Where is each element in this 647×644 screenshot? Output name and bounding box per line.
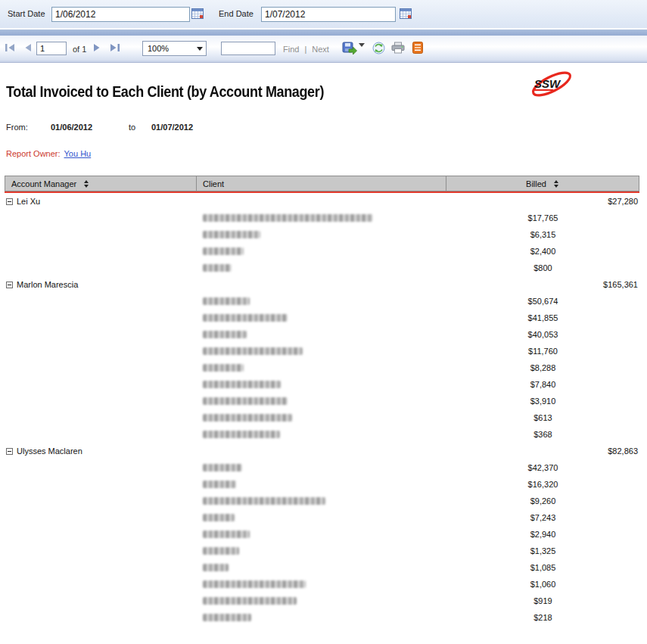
- client-row: $3,910: [5, 393, 639, 409]
- client-row: $11,760: [5, 343, 639, 359]
- toolbar-bottom-edge: [0, 61, 647, 63]
- group-manager-cell: Lei Xu: [5, 193, 197, 210]
- client-billed-cell: $7,243: [446, 509, 639, 526]
- billed-value: $1,085: [530, 563, 556, 572]
- group-total: $82,863: [446, 443, 639, 459]
- billed-value: $1,060: [530, 580, 556, 589]
- group-client-cell: [197, 193, 446, 210]
- refresh-icon[interactable]: [372, 42, 385, 57]
- client-name-cell: [197, 559, 446, 576]
- redacted-client-name: [203, 264, 232, 272]
- billed-value: $11,760: [528, 347, 558, 356]
- client-am-cell: [5, 310, 197, 326]
- redacted-client-name: [203, 331, 247, 338]
- previous-page-button[interactable]: [23, 43, 33, 54]
- client-name-cell: [197, 576, 446, 593]
- client-billed-cell: $6,315: [446, 226, 639, 243]
- client-billed-cell: $2,940: [446, 526, 639, 543]
- zoom-value: 100%: [143, 44, 194, 53]
- client-row: $7,840: [5, 376, 639, 393]
- report-title: Total Invoiced to Each Client (by Accoun…: [6, 83, 324, 101]
- billed-value: $2,940: [530, 530, 556, 539]
- client-am-cell: [5, 526, 197, 543]
- from-label: From:: [6, 123, 28, 132]
- client-billed-cell: $41,855: [446, 310, 639, 326]
- client-billed-cell: $17,765: [446, 210, 639, 226]
- start-date-input[interactable]: [51, 7, 190, 22]
- sort-icon[interactable]: [554, 180, 558, 188]
- client-name-cell: [197, 243, 446, 260]
- report-owner-link[interactable]: You Hu: [64, 149, 92, 158]
- zoom-select[interactable]: 100%: [142, 41, 207, 56]
- manager-name: Ulysses Maclaren: [17, 446, 82, 456]
- client-name-cell: [197, 509, 446, 526]
- client-billed-cell: $42,370: [446, 459, 639, 476]
- client-row: $41,855: [5, 310, 639, 326]
- end-date-calendar-icon[interactable]: [400, 8, 412, 19]
- report-owner-line: Report Owner: You Hu: [6, 149, 91, 158]
- client-name-cell: [197, 593, 446, 609]
- redacted-client-name: [203, 564, 229, 571]
- client-am-cell: [5, 543, 197, 559]
- redacted-client-name: [203, 314, 288, 322]
- chevron-down-icon: [194, 47, 206, 51]
- redacted-client-name: [203, 481, 236, 488]
- redacted-client-name: [203, 597, 297, 605]
- client-row: $6,315: [5, 226, 639, 243]
- page-count-label: of 1: [73, 45, 86, 54]
- start-date-calendar-icon[interactable]: [191, 8, 204, 19]
- collapse-toggle-icon[interactable]: [6, 282, 13, 288]
- export-save-icon[interactable]: [342, 42, 357, 57]
- client-billed-cell: $1,060: [446, 576, 639, 593]
- billed-value: $1,325: [530, 546, 556, 555]
- redacted-client-name: [203, 381, 281, 388]
- group-manager-cell: Marlon Marescia: [5, 276, 197, 293]
- client-row: $1,060: [5, 576, 639, 593]
- client-row: $17,765: [5, 210, 639, 226]
- redacted-client-name: [203, 297, 250, 305]
- client-am-cell: [5, 326, 197, 343]
- collapse-toggle-icon[interactable]: [6, 198, 13, 205]
- client-am-cell: [5, 476, 197, 493]
- next-button[interactable]: Next: [312, 45, 329, 54]
- client-billed-cell: $7,840: [446, 376, 639, 393]
- group-manager-cell: Ulysses Maclaren: [5, 443, 197, 459]
- page-number-input[interactable]: [36, 42, 67, 55]
- client-header-label: Client: [203, 179, 224, 188]
- column-header-account-manager[interactable]: Account Manager: [5, 176, 197, 191]
- client-am-cell: [5, 226, 197, 243]
- client-am-cell: [5, 343, 197, 359]
- client-row: $919: [5, 593, 639, 609]
- client-row: $2,400: [5, 243, 639, 260]
- redacted-client-name: [203, 580, 306, 588]
- client-am-cell: [5, 609, 197, 626]
- export-dropdown-caret-icon[interactable]: [359, 47, 365, 58]
- first-page-button[interactable]: [5, 43, 16, 54]
- column-header-client[interactable]: Client: [197, 176, 446, 191]
- client-row: $1,085: [5, 559, 639, 576]
- find-text-input[interactable]: [221, 42, 275, 55]
- end-date-input[interactable]: [261, 7, 396, 22]
- to-label: to: [129, 123, 135, 132]
- client-name-cell: [197, 493, 446, 509]
- client-name-cell: [197, 310, 446, 326]
- report-body: Total Invoiced to Each Client (by Accoun…: [0, 64, 647, 644]
- client-name-cell: [197, 426, 446, 443]
- last-page-button[interactable]: [109, 43, 120, 54]
- find-button[interactable]: Find: [283, 45, 299, 54]
- print-icon[interactable]: [391, 42, 405, 56]
- redacted-client-name: [203, 397, 288, 405]
- client-am-cell: [5, 593, 197, 609]
- redacted-client-name: [203, 214, 373, 222]
- redacted-client-name: [203, 547, 239, 555]
- column-header-billed[interactable]: Billed: [446, 176, 638, 191]
- client-name-cell: [197, 409, 446, 426]
- next-page-button[interactable]: [92, 43, 101, 54]
- sort-icon[interactable]: [84, 180, 89, 188]
- data-feed-export-icon[interactable]: [412, 42, 423, 56]
- client-am-cell: [5, 459, 197, 476]
- client-row: $613: [5, 409, 639, 426]
- client-am-cell: [5, 426, 197, 443]
- report-owner-label: Report Owner:: [6, 149, 61, 158]
- collapse-toggle-icon[interactable]: [6, 448, 13, 455]
